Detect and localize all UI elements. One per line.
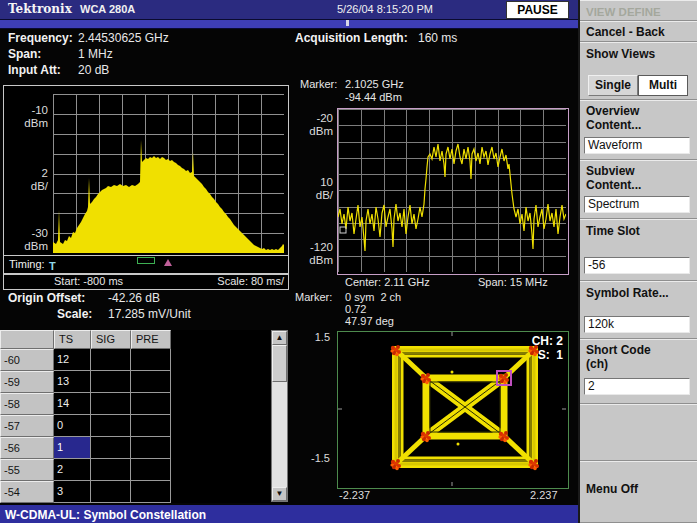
subview-content-value[interactable]: Spectrum <box>584 196 690 213</box>
single-button[interactable]: Single <box>588 75 638 96</box>
trigger-triangle-icon[interactable] <box>164 259 172 266</box>
cell-ts[interactable]: 14 <box>54 393 91 415</box>
scrollbar-thumb[interactable] <box>272 345 287 382</box>
show-views-label: Show Views <box>586 47 655 61</box>
menu-off-button[interactable]: Menu Off <box>580 461 697 523</box>
constellation-y-max: 1.5 <box>300 331 330 344</box>
table-row[interactable]: -543 <box>0 481 270 503</box>
pause-button[interactable]: PAUSE <box>506 1 569 19</box>
spectrum-trace <box>338 109 566 272</box>
cell-ts[interactable]: 12 <box>54 349 91 371</box>
table-row[interactable]: -561 <box>0 437 270 459</box>
span-value: 1 MHz <box>78 47 113 61</box>
symbol-table-header: TSSIGPRE <box>0 330 270 349</box>
cell-pre[interactable] <box>131 393 171 415</box>
cell-sig[interactable] <box>91 437 131 459</box>
cancel-back-button[interactable]: Cancel - Back <box>580 21 697 42</box>
origin-offset-label: Origin Offset: <box>8 291 85 305</box>
symbol-rate-value[interactable]: 120k <box>584 316 690 333</box>
overview-content-value[interactable]: Waveform <box>584 137 690 154</box>
short-code-value[interactable]: 2 <box>584 378 690 395</box>
symbol-table: TSSIGPRE -6012-5913-5814-570-561-552-543 <box>0 330 270 503</box>
cell-sig[interactable] <box>91 481 131 503</box>
span-text: Span: 15 MHz <box>478 276 548 289</box>
timing-t-marker-icon[interactable]: T <box>49 260 56 273</box>
empty-section <box>580 404 697 461</box>
cell-pre[interactable] <box>131 481 171 503</box>
row-label[interactable]: -60 <box>0 349 54 371</box>
column-header: TS <box>54 330 91 349</box>
subview-marker-frequency: 2.1025 GHz <box>345 78 404 90</box>
spectrum-marker-icon <box>340 227 346 233</box>
timing-range-icon[interactable] <box>137 257 155 264</box>
table-row[interactable]: -6012 <box>0 349 270 371</box>
table-row[interactable]: -570 <box>0 415 270 437</box>
subview-y-mid-unit: dB/ <box>291 189 333 202</box>
menu-title-section: VIEW DEFINE <box>580 0 697 21</box>
top-bar: Tektronix WCA 280A 5/26/04 8:15:20 PM PA… <box>0 0 578 19</box>
overview-content-button[interactable]: Overview Content... Waveform <box>580 100 697 160</box>
frequency-label: Frequency: <box>8 31 73 45</box>
cell-sig[interactable] <box>91 415 131 437</box>
subview-content-button[interactable]: Subview Content... Spectrum <box>580 160 697 219</box>
row-label[interactable]: -57 <box>0 415 54 437</box>
cell-sig[interactable] <box>91 349 131 371</box>
column-header: PRE <box>131 330 171 349</box>
cell-pre[interactable] <box>131 459 171 481</box>
time-slot-button[interactable]: Time Slot -56 <box>580 219 697 281</box>
acquisition-length-value: 160 ms <box>418 31 457 45</box>
row-label[interactable]: -54 <box>0 481 54 503</box>
cell-sig[interactable] <box>91 459 131 481</box>
constellation-marker-magnitude: 0.72 <box>345 303 366 315</box>
subview-spectrum-plot <box>337 108 569 275</box>
table-row[interactable]: -5913 <box>0 371 270 393</box>
scroll-down-icon[interactable]: ▼ <box>272 487 287 501</box>
table-row[interactable]: -5814 <box>0 393 270 415</box>
constellation-x-max: 2.237 <box>530 489 558 502</box>
short-code-button[interactable]: Short Code (ch) 2 <box>580 339 697 404</box>
constellation-marker-phase: 47.97 deg <box>345 315 394 327</box>
constellation-graphic <box>338 332 566 486</box>
acquisition-position-marker <box>346 20 349 26</box>
symbol-table-body: -6012-5913-5814-570-561-552-543 <box>0 349 270 503</box>
origin-scale-value: 17.285 mV/Unit <box>108 307 191 321</box>
origin-offset-value: -42.26 dB <box>108 291 160 305</box>
table-scrollbar[interactable]: ▲ ▼ <box>271 330 288 502</box>
row-label[interactable]: -55 <box>0 459 54 481</box>
corner-cell <box>0 330 54 349</box>
symbol-rate-button[interactable]: Symbol Rate... 120k <box>580 281 697 339</box>
y-axis-mid-unit: dB/ <box>6 180 48 193</box>
multi-button[interactable]: Multi <box>638 75 688 96</box>
input-att-label: Input Att: <box>8 63 61 77</box>
cell-ts[interactable]: 1 <box>54 437 91 459</box>
scroll-up-icon[interactable]: ▲ <box>272 331 287 345</box>
subview-marker-label: Marker: <box>300 78 337 90</box>
row-label[interactable]: -56 <box>0 437 54 459</box>
cell-pre[interactable] <box>131 349 171 371</box>
status-text: W-CDMA-UL: Symbol Constellation <box>5 506 206 523</box>
table-row[interactable]: -552 <box>0 459 270 481</box>
cell-sig[interactable] <box>91 371 131 393</box>
cell-ts[interactable]: 0 <box>54 415 91 437</box>
row-label[interactable]: -59 <box>0 371 54 393</box>
cell-ts[interactable]: 3 <box>54 481 91 503</box>
overview-grid <box>53 94 284 253</box>
cell-sig[interactable] <box>91 393 131 415</box>
softkey-menu: VIEW DEFINE Cancel - Back Show Views Sin… <box>578 0 697 523</box>
cell-ts[interactable]: 2 <box>54 459 91 481</box>
cell-ts[interactable]: 13 <box>54 371 91 393</box>
scale-text: Scale: 80 ms/ <box>217 275 284 288</box>
y-axis-top-value: -10 <box>6 104 48 117</box>
row-label[interactable]: -58 <box>0 393 54 415</box>
cell-pre[interactable] <box>131 371 171 393</box>
model-label: WCA 280A <box>80 3 135 15</box>
constellation-view: CH: 2 TS: 1 <box>337 331 569 489</box>
subview-y-top-unit: dBm <box>291 125 333 138</box>
constellation-x-min: -2.237 <box>339 489 370 502</box>
time-slot-value[interactable]: -56 <box>584 257 690 274</box>
span-label: Span: <box>8 47 41 61</box>
cell-pre[interactable] <box>131 415 171 437</box>
show-views-section: Show Views Single Multi <box>580 42 697 100</box>
cell-pre[interactable] <box>131 437 171 459</box>
brand-logo: Tektronix <box>8 2 72 16</box>
